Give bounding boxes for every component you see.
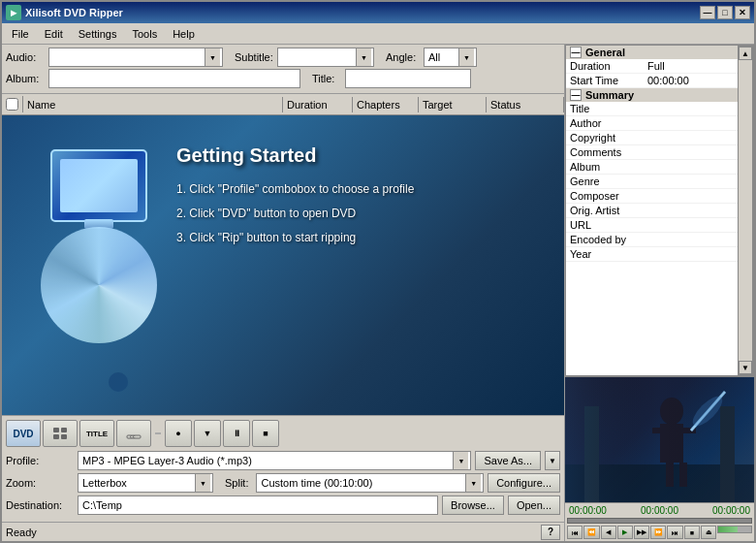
svg-rect-1 [61, 428, 67, 432]
prop-summary-title: Title [566, 102, 738, 116]
profile-row: Profile: MP3 - MPEG Layer-3 Audio (*.mp3… [6, 451, 560, 470]
prop-duration-value: Full [647, 60, 734, 72]
monitor-screen [60, 159, 138, 212]
pb-play[interactable]: ▶ [617, 526, 633, 539]
prop-copyright: Copyright [566, 131, 738, 145]
scroll-up-arrow[interactable]: ▲ [739, 47, 752, 60]
subtitle-dropdown-arrow[interactable]: ▼ [356, 48, 371, 66]
stop-button[interactable]: ■ [252, 420, 279, 447]
pb-eject[interactable]: ⏏ [701, 526, 716, 539]
zoom-label: Zoom: [6, 477, 74, 489]
split-combobox[interactable]: Custom time (00:10:00) ▼ [256, 473, 484, 493]
maximize-button[interactable]: □ [717, 6, 733, 19]
profile-value: MP3 - MPEG Layer-3 Audio (*.mp3) [80, 455, 453, 466]
scroll-thumb[interactable] [739, 60, 752, 361]
prop-start-time-key: Start Time [570, 75, 647, 86]
time-end: 00:00:00 [712, 505, 750, 516]
profile-combobox[interactable]: MP3 - MPEG Layer-3 Audio (*.mp3) ▼ [78, 451, 471, 470]
zoom-dropdown-arrow[interactable]: ▼ [195, 474, 210, 492]
pb-skip-end[interactable]: ⏭ [667, 526, 682, 539]
title-input[interactable] [345, 69, 471, 88]
volume-slider[interactable] [717, 526, 752, 533]
properties-scrollbar[interactable]: ▲ ▼ [738, 46, 753, 375]
angle-label: Angle: [386, 51, 420, 63]
playback-controls: 00:00:00 00:00:00 00:00:00 ⏮ ⏪ ◀ ▶ ▶▶ ⏩ … [565, 502, 754, 541]
prop-start-time-value: 00:00:00 [647, 75, 734, 86]
separator-1 [155, 432, 161, 434]
save-dropdown-arrow[interactable]: ▼ [545, 451, 560, 470]
menu-file[interactable]: File [4, 26, 37, 42]
save-as-button[interactable]: Save As... [475, 451, 541, 470]
menu-tools[interactable]: Tools [124, 26, 165, 42]
pb-rewind[interactable]: ◀ [601, 526, 616, 539]
thumbnail-svg [565, 377, 754, 502]
pb-prev-chapter[interactable]: ⏪ [583, 526, 599, 539]
audio-combobox[interactable]: ▼ [48, 48, 223, 67]
svg-text:cc: cc [130, 433, 136, 439]
menu-edit[interactable]: Edit [37, 26, 71, 42]
summary-collapse-button[interactable]: — [570, 89, 582, 101]
prop-genre: Genre [566, 175, 738, 189]
album-row: Album: Title: [6, 69, 560, 88]
split-label: Split: [225, 477, 248, 489]
zoom-split-row: Zoom: Letterbox ▼ Split: Custom time (00… [6, 473, 560, 493]
chapter-menu-button[interactable] [43, 420, 78, 447]
help-button[interactable]: ? [541, 525, 560, 540]
scroll-down-arrow[interactable]: ▼ [739, 361, 752, 374]
dvd-disc [41, 227, 157, 343]
destination-row: Destination: Browse... Open... [6, 495, 560, 515]
main-window: ▶ Xilisoft DVD Ripper — □ ✕ File Edit Se… [0, 0, 756, 543]
controls-area: Audio: ▼ Subtitle: ▼ Angle: All ▼ [2, 45, 564, 94]
angle-combobox[interactable]: All ▼ [424, 48, 477, 67]
split-value: Custom time (00:10:00) [259, 477, 465, 489]
menu-help[interactable]: Help [165, 26, 203, 42]
destination-label: Destination: [6, 499, 74, 511]
pb-skip-start[interactable]: ⏮ [567, 526, 583, 539]
configure-button[interactable]: Configure... [488, 473, 560, 493]
svg-rect-18 [565, 377, 754, 502]
th-status: Status [487, 97, 564, 112]
th-target: Target [419, 97, 487, 112]
status-bar: Ready ? [2, 522, 564, 541]
angle-value: All [426, 51, 458, 63]
pb-fast-forward[interactable]: ▶▶ [634, 526, 649, 539]
audio-dropdown-arrow[interactable]: ▼ [205, 48, 220, 66]
title-bar-left: ▶ Xilisoft DVD Ripper [6, 5, 123, 20]
split-dropdown-arrow[interactable]: ▼ [465, 474, 481, 492]
time-start: 00:00:00 [569, 505, 607, 516]
destination-input[interactable] [78, 495, 438, 515]
menu-settings[interactable]: Settings [71, 26, 125, 42]
dropdown-button[interactable]: ▼ [194, 420, 221, 447]
select-all-checkbox[interactable] [6, 98, 18, 111]
album-input[interactable] [48, 69, 300, 88]
pause-button[interactable]: ⏸ [223, 420, 250, 447]
svg-rect-0 [53, 428, 59, 432]
minimize-button[interactable]: — [700, 6, 715, 19]
transport-controls: ⏮ ⏪ ◀ ▶ ▶▶ ⏩ ⏭ ■ ⏏ [567, 526, 752, 539]
prop-duration: Duration Full [566, 59, 738, 74]
profile-dropdown-arrow[interactable]: ▼ [453, 452, 468, 469]
pb-stop[interactable]: ■ [684, 526, 700, 539]
table-header: Name Duration Chapters Target Status [2, 94, 564, 115]
browse-button[interactable]: Browse... [442, 495, 504, 515]
window-title: Xilisoft DVD Ripper [25, 7, 123, 18]
th-chapters: Chapters [353, 97, 419, 112]
playback-progress-bar[interactable] [567, 518, 752, 524]
svg-rect-3 [61, 434, 67, 439]
zoom-combobox[interactable]: Letterbox ▼ [78, 473, 213, 493]
prop-orig-artist: Orig. Artist [566, 204, 738, 218]
general-collapse-button[interactable]: — [570, 47, 582, 58]
open-button[interactable]: Open... [508, 495, 560, 515]
video-thumbnail [565, 376, 754, 502]
album-label: Album: [6, 73, 45, 84]
subtitle-toggle-button[interactable]: cc [116, 420, 151, 447]
close-button[interactable]: ✕ [735, 6, 750, 19]
th-checkbox [2, 96, 23, 112]
angle-dropdown-arrow[interactable]: ▼ [458, 48, 474, 66]
dvd-button[interactable]: DVD [6, 420, 41, 447]
play-button[interactable]: ● [165, 420, 192, 447]
pb-next-chapter[interactable]: ⏩ [650, 526, 666, 539]
dvd-hole [109, 372, 128, 392]
title-button[interactable]: TITLE [79, 420, 114, 447]
subtitle-combobox[interactable]: ▼ [277, 48, 374, 67]
